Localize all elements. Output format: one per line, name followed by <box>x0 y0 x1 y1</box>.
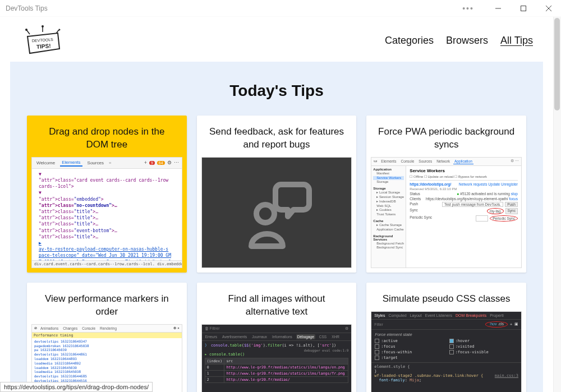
tip-card[interactable]: Force PWA periodic background syncs ▭ El… <box>366 116 526 273</box>
tip-card[interactable]: Send feedback, ask for features and repo… <box>197 116 357 273</box>
tip-card[interactable]: Drag and drop nodes in the DOM tree Welc… <box>27 116 187 273</box>
tip-thumbnail: Styles Computed Layout Event Listeners D… <box>371 311 522 392</box>
tip-title: Drag and drop nodes in the DOM tree <box>27 116 187 157</box>
tip-title: Send feedback, ask for features and repo… <box>197 116 357 157</box>
nav-all-tips[interactable]: All Tips <box>500 35 533 47</box>
plus-icon: + <box>144 160 147 165</box>
gear-icon: ⚙ <box>167 160 172 165</box>
scrollbar-thumb[interactable] <box>554 18 560 110</box>
tips-grid: Drag and drop nodes in the DOM tree Welc… <box>27 116 526 392</box>
nav-browsers[interactable]: Browsers <box>446 35 488 47</box>
tip-title: Simulate pseudo CSS classes <box>366 283 526 311</box>
tip-thumbnail: ▭ Elements Console Sources Network Appli… <box>371 157 522 268</box>
window-title: DevTools Tips <box>6 4 48 12</box>
plus-icon: + <box>510 322 512 326</box>
minimize-button[interactable] <box>485 0 511 17</box>
tip-card[interactable]: View performance markers in order ⊘ Anim… <box>27 283 187 392</box>
trash-icon: 🗑 <box>205 326 209 330</box>
nav-categories[interactable]: Categories <box>385 35 434 47</box>
tip-title: Force PWA periodic background syncs <box>366 116 526 157</box>
status-bar: https://devtoolstips.org/tips/en/drag-dr… <box>0 382 153 392</box>
more-icon: ⋯ <box>174 160 179 165</box>
svg-point-11 <box>256 205 274 223</box>
hero-section: Today's Tips Drag and drop nodes in the … <box>10 62 543 392</box>
tip-thumbnail: Welcome Elements Sources » + 9 64 ⚙ ⋯ <box>31 157 182 268</box>
window-controls: ••• <box>456 0 561 17</box>
feedback-icon <box>237 173 316 252</box>
box-icon: ▣ <box>514 322 518 326</box>
tip-thumbnail <box>201 157 352 268</box>
titlebar: DevTools Tips ••• <box>0 0 561 17</box>
scrollbar-track[interactable] <box>553 17 561 392</box>
close-button[interactable] <box>536 0 561 17</box>
tip-thumbnail: 🗑 Filtrer⚙ Erreurs Avertissements Journa… <box>201 324 352 392</box>
tip-title: View performance markers in order <box>27 283 187 324</box>
svg-point-7 <box>25 29 27 31</box>
svg-point-8 <box>42 25 44 27</box>
header: DEVTOOLS TIPS! Categories Browsers All T… <box>0 17 553 62</box>
maximize-button[interactable] <box>511 0 536 17</box>
page-title: Today's Tips <box>27 82 526 100</box>
gear-icon: ⚙ <box>345 326 348 331</box>
logo[interactable]: DEVTOOLS TIPS! <box>20 24 65 57</box>
more-icon[interactable]: ••• <box>456 0 481 17</box>
svg-text:TIPS!: TIPS! <box>36 43 51 50</box>
inspect-icon: ▭ <box>374 159 378 164</box>
svg-rect-1 <box>521 6 526 11</box>
main-nav: Categories Browsers All Tips <box>385 35 533 47</box>
tip-title: Find all images without alternative text <box>197 283 357 324</box>
tip-card[interactable]: Simulate pseudo CSS classes Styles Compu… <box>366 283 526 392</box>
tip-card[interactable]: Find all images without alternative text… <box>197 283 357 392</box>
